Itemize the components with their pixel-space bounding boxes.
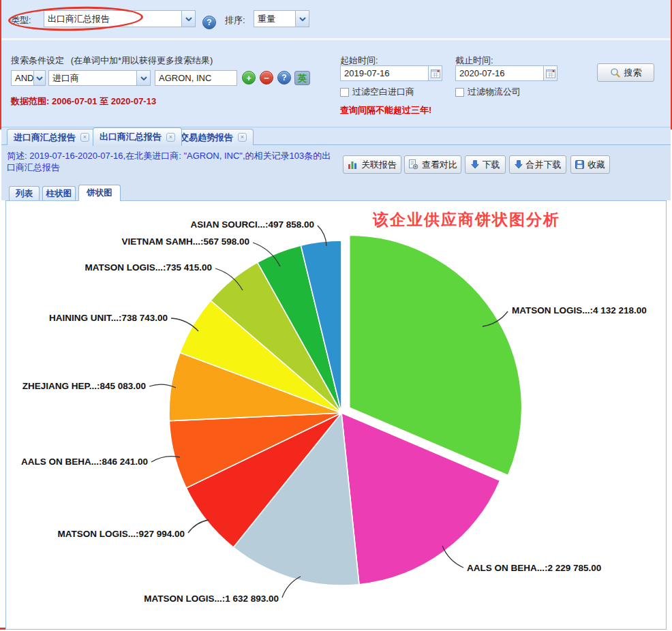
search-field-value: 进口商 (49, 71, 136, 85)
chevron-down-icon[interactable] (136, 71, 150, 85)
data-range-text: 数据范围: 2006-07-01 至 2020-07-13 (11, 95, 156, 108)
tab-trade-trend-report[interactable]: 交易趋势报告 × (173, 129, 254, 145)
favorite-label: 收藏 (587, 159, 605, 171)
search-conditions-label: 搜索条件设定 (11, 55, 64, 65)
tab-label: 出口商汇总报告 (100, 131, 162, 143)
merge-download-button[interactable]: 合并下载 (509, 155, 566, 174)
bar-chart-icon (348, 160, 358, 170)
save-disk-icon (575, 160, 584, 169)
search-field-select[interactable]: 进口商 (48, 70, 151, 86)
start-date-field[interactable]: 2019-07-16 (340, 65, 442, 81)
calendar-icon[interactable] (543, 66, 557, 80)
subtab-label: 列表 (16, 188, 33, 200)
help-icon[interactable]: ? (202, 16, 216, 29)
subtab-label: 饼状图 (87, 187, 112, 199)
filter-blank-importer-checkbox[interactable]: 过滤空白进口商 (340, 86, 414, 98)
bool-operator-value: AND (12, 71, 33, 85)
view-compare-label: 查看对比 (422, 159, 457, 171)
subtab-list[interactable]: 列表 (9, 186, 40, 200)
pie-label-6: HAINING UNIT...:738 743.00 (49, 313, 168, 323)
sort-value: 重量 (254, 11, 295, 27)
close-icon[interactable]: × (80, 133, 89, 142)
type-label: 类型: (11, 14, 31, 27)
section-divider (1, 38, 671, 40)
checkbox-icon[interactable] (455, 88, 464, 97)
chart-title: 该企业供应商饼状图分析 (373, 209, 560, 230)
add-condition-icon[interactable]: + (242, 71, 256, 84)
calendar-icon[interactable] (428, 66, 442, 80)
view-compare-button[interactable]: 查看对比 (404, 155, 461, 174)
document-gear-icon (408, 159, 418, 170)
remove-condition-icon[interactable]: − (260, 71, 273, 84)
help-icon[interactable]: ? (277, 71, 291, 84)
pie-label-4: AALS ON BEHA...:846 241.00 (21, 457, 148, 467)
search-conditions-title: 搜索条件设定 (在单词中加*用以获得更多搜索结果) (11, 55, 213, 67)
search-button-label: 搜索 (624, 67, 642, 79)
tab-exporter-summary-report[interactable]: 出口商汇总报告 × (93, 127, 182, 146)
search-button[interactable]: 搜索 (597, 63, 654, 82)
pie-label-0: MATSON LOGIS...:4 132 218.00 (512, 305, 647, 316)
sort-label: 排序: (225, 14, 245, 27)
search-icon (610, 67, 621, 78)
search-conditions-hint: (在单词中加*用以获得更多搜索结果) (71, 55, 213, 65)
sort-select[interactable]: 重量 (254, 10, 309, 27)
app-window: 类型: 出口商汇总报告 ? 排序: 重量 搜索条件设定 (在单词中加*用以获得更… (0, 0, 672, 631)
pie-label-line (188, 520, 209, 533)
checkbox-icon[interactable] (340, 88, 349, 97)
chevron-down-icon[interactable] (295, 11, 309, 27)
red-annotation-edge-left (0, 0, 1, 129)
start-date-value[interactable]: 2019-07-16 (341, 66, 428, 80)
tab-label: 交易趋势报告 (180, 132, 233, 144)
supplier-pie-chart: MATSON LOGIS...:4 132 218.00AALS ON BEHA… (6, 201, 666, 629)
pie-label-9: ASIAN SOURCI...:497 858.00 (190, 219, 314, 230)
subtab-label: 柱状图 (46, 188, 72, 200)
report-type-select[interactable]: 出口商汇总报告 (44, 10, 196, 27)
report-type-value: 出口商汇总报告 (44, 11, 181, 27)
end-date-field[interactable]: 2020-07-16 (455, 65, 558, 81)
tab-importer-summary-report[interactable]: 进口商汇总报告 × (7, 129, 96, 145)
pie-label-1: AALS ON BEHA...:2 229 785.00 (467, 563, 601, 573)
report-summary-text: 简述: 2019-07-16-2020-07-16,在北美进口商: "AGRON… (7, 150, 334, 173)
chevron-down-icon[interactable] (33, 71, 45, 85)
end-date-value[interactable]: 2020-07-16 (456, 66, 543, 80)
related-report-button[interactable]: 关联报告 (343, 155, 401, 174)
download-arrow-icon (471, 160, 479, 169)
range-warning-text: 查询间隔不能超过三年! (340, 104, 431, 117)
filter-logistics-label: 过滤物流公司 (468, 86, 521, 98)
merge-download-label: 合并下载 (526, 159, 562, 171)
chevron-down-icon[interactable] (181, 11, 195, 27)
subtab-pie-chart[interactable]: 饼状图 (78, 185, 121, 201)
pie-label-8: VIETNAM SAMH...:567 598.00 (121, 236, 249, 247)
close-icon[interactable]: × (238, 133, 247, 142)
download-arrow-icon (515, 160, 523, 169)
filter-blank-importer-label: 过滤空白进口商 (352, 86, 414, 98)
favorite-button[interactable]: 收藏 (570, 155, 610, 174)
bool-operator-select[interactable]: AND (11, 70, 46, 86)
pie-label-7: MATSON LOGIS...:735 415.00 (85, 262, 212, 273)
pie-label-3: MATSON LOGIS...:927 994.00 (57, 529, 185, 539)
language-toggle-button[interactable]: 英 (294, 71, 310, 85)
subtab-bar-chart[interactable]: 柱状图 (42, 186, 76, 200)
filter-logistics-checkbox[interactable]: 过滤物流公司 (455, 86, 521, 98)
download-button[interactable]: 下载 (465, 155, 506, 174)
pie-chart-panel: MATSON LOGIS...:4 132 218.00AALS ON BEHA… (5, 200, 667, 630)
pie-label-5: ZHEJIANG HEP...:845 083.00 (22, 381, 146, 391)
tab-label: 进口商汇总报告 (14, 132, 76, 144)
download-label: 下载 (483, 159, 500, 171)
pie-label-2: MATSON LOGIS...:1 632 893.00 (144, 594, 279, 604)
related-report-label: 关联报告 (361, 159, 397, 171)
close-icon[interactable]: × (166, 133, 175, 142)
keyword-input[interactable] (155, 70, 237, 86)
